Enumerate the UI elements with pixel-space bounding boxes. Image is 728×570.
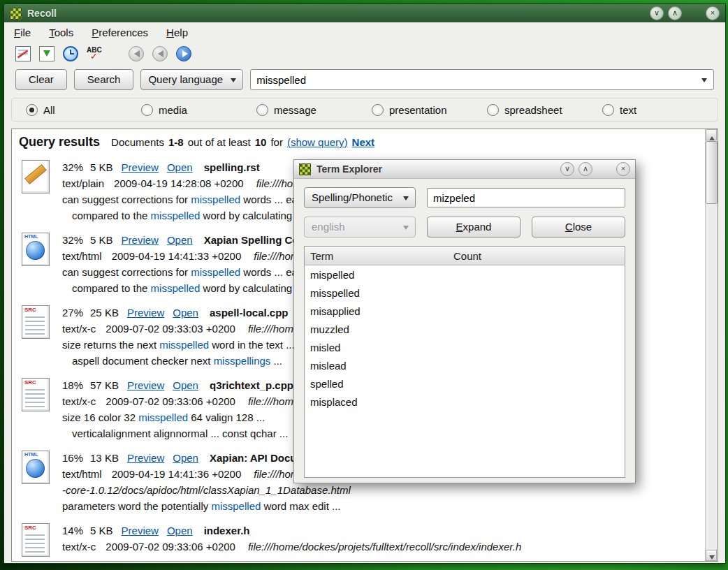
history-icon[interactable] — [63, 46, 78, 61]
close-window-icon[interactable]: × — [706, 6, 720, 20]
dialog-close-icon[interactable]: × — [616, 162, 630, 176]
maximize-window-icon[interactable]: ∧ — [668, 6, 682, 20]
preview-link[interactable]: Preview — [127, 452, 164, 464]
highlight-term: misspelled — [151, 282, 201, 294]
filter-label: text — [620, 104, 636, 116]
menu-help[interactable]: Help — [166, 27, 188, 38]
scroll-down-icon[interactable] — [706, 550, 717, 561]
preview-link[interactable]: Preview — [127, 307, 164, 319]
doc-size: 5 KB — [90, 161, 113, 173]
search-button[interactable]: Search — [74, 69, 134, 90]
doc-date: 2009-07-02 09:33:06 +0200 — [105, 395, 235, 407]
expand-button[interactable]: Expand — [427, 217, 520, 238]
dialog-title: Term Explorer — [316, 163, 382, 175]
relevance-percent: 18% — [62, 379, 83, 391]
term-cell: misplaced — [305, 396, 448, 408]
filter-text[interactable]: text — [602, 104, 718, 116]
page-back-icon[interactable] — [129, 46, 144, 61]
show-query-link[interactable]: (show query) — [287, 136, 348, 148]
term-input[interactable] — [428, 192, 625, 204]
mode-combobox[interactable]: Spelling/Phonetic — [304, 187, 416, 208]
clear-search-icon[interactable] — [15, 46, 31, 61]
query-input[interactable] — [251, 74, 713, 86]
results-header: Query results Documents 1-8 out of at le… — [19, 135, 706, 149]
query-combobox[interactable] — [250, 69, 714, 90]
doc-mime: text/x-c — [62, 395, 96, 407]
src-label: SRC — [24, 307, 36, 313]
term-row[interactable]: misled — [305, 338, 625, 356]
doc-date: 2009-04-19 14:28:08 +0200 — [114, 177, 244, 189]
next-page-link[interactable]: Next — [352, 136, 375, 148]
shade-window-icon[interactable]: ∨ — [650, 6, 664, 20]
recoll-app-icon — [10, 8, 22, 20]
dialog-row-1: Spelling/Phonetic — [304, 187, 625, 208]
preview-link[interactable]: Preview — [127, 379, 164, 391]
term-row[interactable]: misspelled — [305, 284, 625, 302]
page-forward-icon[interactable] — [176, 46, 191, 61]
window-titlebar[interactable]: Recoll ∨ ∧ × — [4, 4, 725, 22]
page-back2-icon[interactable] — [152, 46, 168, 61]
open-link[interactable]: Open — [167, 161, 193, 173]
mode-value: Spelling/Phonetic — [312, 191, 393, 203]
highlight-term: misspelled — [211, 500, 261, 512]
term-row[interactable]: mispelled — [305, 265, 625, 284]
filter-spreadsheet[interactable]: spreadsheet — [487, 104, 602, 116]
open-link[interactable]: Open — [173, 379, 198, 391]
menu-bar: FileToolsPreferencesHelp — [4, 22, 725, 42]
dialog-close-button[interactable]: Close — [532, 217, 625, 238]
filter-label: media — [159, 104, 187, 116]
preview-link[interactable]: Preview — [122, 161, 159, 173]
html-document-icon: HTML — [19, 450, 52, 485]
open-link[interactable]: Open — [173, 452, 198, 464]
results-scrollbar[interactable] — [705, 129, 718, 561]
html-label: HTML — [24, 234, 38, 239]
preview-link[interactable]: Preview — [122, 234, 159, 246]
save-search-icon[interactable] — [39, 46, 54, 61]
docs-range: 1-8 — [168, 136, 184, 148]
filter-all[interactable]: All — [26, 104, 141, 116]
filter-message[interactable]: message — [256, 104, 372, 116]
scroll-up-icon[interactable] — [706, 129, 717, 140]
count-column-header[interactable]: Count — [448, 250, 625, 262]
open-link[interactable]: Open — [167, 525, 193, 536]
term-row[interactable]: misapplied — [305, 302, 625, 320]
doc-title: indexer.h — [204, 525, 250, 536]
preview-link[interactable]: Preview — [122, 525, 159, 536]
term-row[interactable]: misplaced — [305, 393, 625, 411]
term-row[interactable]: spelled — [305, 374, 625, 393]
term-row[interactable]: muzzled — [305, 320, 625, 338]
menu-preferences[interactable]: Preferences — [92, 27, 148, 38]
open-link[interactable]: Open — [167, 234, 193, 246]
term-input-wrap — [427, 188, 625, 207]
dialog-maximize-icon[interactable]: ∧ — [578, 162, 592, 176]
radio-icon — [372, 104, 384, 116]
doc-mime: text/x-c — [62, 323, 96, 335]
filter-label: message — [274, 104, 316, 116]
open-link[interactable]: Open — [173, 307, 198, 319]
term-row[interactable]: mislead — [305, 356, 625, 374]
spellcheck-icon[interactable] — [87, 46, 102, 61]
filter-media[interactable]: media — [141, 104, 256, 116]
abstract-line: parameters word the potentially misspell… — [62, 498, 604, 514]
window-title: Recoll — [27, 8, 57, 19]
dialog-titlebar[interactable]: Term Explorer ∨ ∧ × — [294, 160, 635, 179]
filter-label: All — [43, 104, 55, 116]
relevance-percent: 32% — [62, 234, 83, 246]
doc-title: spelling.rst — [204, 161, 260, 173]
doc-size: 5 KB — [90, 234, 113, 246]
docs-word: Documents — [111, 136, 164, 148]
clear-button[interactable]: Clear — [15, 69, 67, 90]
source-file-icon: SRC — [19, 522, 52, 557]
menu-tools[interactable]: Tools — [49, 27, 73, 38]
query-language-combobox[interactable]: Query language — [140, 69, 243, 90]
menu-file[interactable]: File — [14, 27, 31, 38]
abstract-text: size returns the next — [62, 339, 159, 351]
relevance-percent: 14% — [62, 525, 83, 536]
dialog-shade-icon[interactable]: ∨ — [560, 162, 574, 176]
term-cell: spelled — [305, 378, 448, 390]
result-meta-line: 14%5 KBPreviewOpenindexer.h — [62, 522, 521, 539]
filter-presentation[interactable]: presentation — [372, 104, 487, 116]
term-column-header[interactable]: Term — [305, 250, 448, 262]
relevance-percent: 32% — [62, 161, 83, 173]
scroll-thumb[interactable] — [706, 141, 718, 204]
